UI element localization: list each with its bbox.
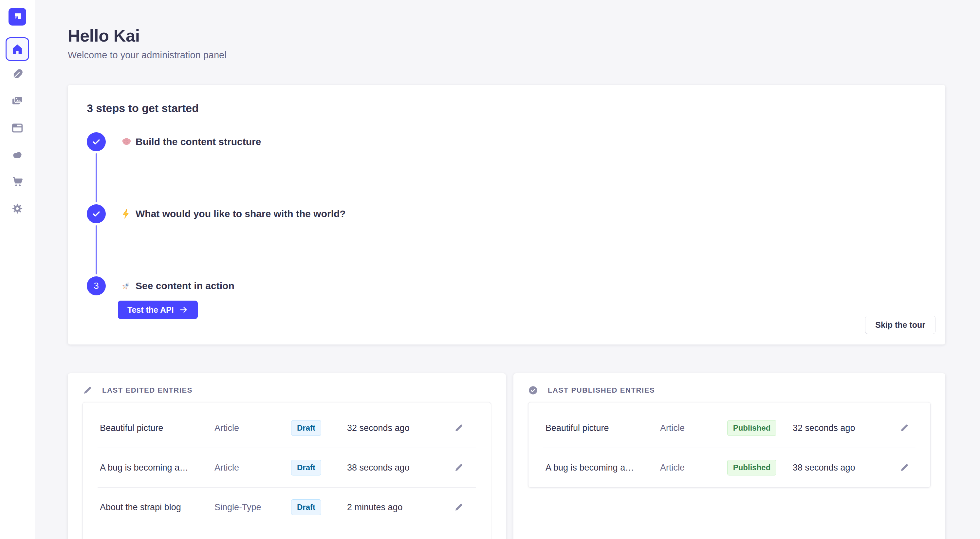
test-the-api-label: Test the API bbox=[127, 305, 174, 315]
status-badge-cell: Draft bbox=[291, 420, 321, 436]
entry-title: Beautiful picture bbox=[546, 423, 660, 433]
step-2-done-circle bbox=[87, 204, 106, 223]
last-edited-header: LAST EDITED ENTRIES bbox=[83, 384, 491, 397]
rocket-emoji-icon bbox=[121, 280, 132, 291]
guided-tour-card: 3 steps to get started bbox=[68, 85, 945, 345]
step-3-number-circle: 3 bbox=[87, 277, 106, 296]
step-3-label: See content in action bbox=[135, 280, 234, 291]
entry-time: 32 seconds ago bbox=[339, 423, 447, 433]
lightning-emoji-icon bbox=[121, 208, 132, 219]
pencil-icon bbox=[454, 423, 464, 433]
cart-icon bbox=[11, 175, 24, 188]
tour-step-3: 3 See content in action bbox=[87, 277, 926, 296]
pencil-icon bbox=[899, 463, 909, 472]
step-2-label-row: What would you like to share with the wo… bbox=[121, 208, 346, 219]
step-1-done-circle bbox=[87, 132, 106, 151]
edit-entry-button[interactable] bbox=[897, 421, 911, 435]
table-row[interactable]: Beautiful picture Article Draft 32 secon… bbox=[83, 409, 491, 448]
status-badge-cell: Published bbox=[727, 460, 777, 475]
entry-type: Single-Type bbox=[215, 502, 274, 512]
last-edited-entries-card: LAST EDITED ENTRIES Beautiful picture Ar… bbox=[68, 373, 506, 539]
entry-time: 32 seconds ago bbox=[784, 423, 892, 433]
last-published-header: LAST PUBLISHED ENTRIES bbox=[528, 384, 931, 397]
pencil-icon bbox=[454, 502, 464, 512]
entry-title: A bug is becoming a… bbox=[100, 463, 215, 473]
check-circle-icon bbox=[528, 385, 538, 395]
sidebar-item-deploy[interactable] bbox=[4, 142, 31, 168]
status-badge-cell: Draft bbox=[291, 499, 321, 515]
feather-icon bbox=[11, 68, 24, 81]
step-connector bbox=[95, 225, 97, 274]
tour-step-2: What would you like to share with the wo… bbox=[87, 204, 926, 223]
tour-step-1: Build the content structure bbox=[87, 132, 926, 151]
entry-type: Article bbox=[660, 423, 719, 433]
main-content: Hello Kai Welcome to your administration… bbox=[35, 0, 980, 539]
status-badge-cell: Published bbox=[727, 420, 777, 436]
status-badge: Draft bbox=[291, 420, 321, 436]
status-badge-cell: Draft bbox=[291, 460, 321, 475]
skip-the-tour-button[interactable]: Skip the tour bbox=[865, 316, 935, 334]
step-3-label-row: See content in action bbox=[121, 280, 234, 291]
last-published-title: LAST PUBLISHED ENTRIES bbox=[548, 386, 655, 394]
strapi-logo-icon bbox=[11, 10, 24, 24]
sidebar-nav bbox=[0, 33, 35, 222]
page-title: Hello Kai bbox=[68, 26, 945, 45]
table-row[interactable]: About the strapi blog Single-Type Draft … bbox=[83, 488, 491, 527]
tour-title: 3 steps to get started bbox=[87, 102, 926, 114]
sidebar-item-settings[interactable] bbox=[4, 195, 31, 222]
cta-row: Test the API bbox=[118, 301, 926, 319]
edit-entry-button[interactable] bbox=[452, 461, 466, 474]
step-1-label: Build the content structure bbox=[135, 136, 261, 147]
entries-columns: LAST EDITED ENTRIES Beautiful picture Ar… bbox=[68, 373, 945, 539]
check-icon bbox=[91, 209, 101, 219]
home-icon bbox=[11, 43, 24, 55]
sidebar-item-media-library[interactable] bbox=[4, 88, 31, 114]
pictures-icon bbox=[11, 95, 24, 107]
arrow-right-icon bbox=[179, 305, 188, 314]
entry-time: 2 minutes ago bbox=[339, 502, 447, 512]
brain-emoji-icon bbox=[121, 136, 132, 147]
last-edited-title: LAST EDITED ENTRIES bbox=[102, 386, 192, 394]
check-icon bbox=[91, 137, 101, 147]
pencil-icon bbox=[83, 385, 92, 395]
entry-time: 38 seconds ago bbox=[339, 463, 447, 473]
entry-type: Article bbox=[660, 463, 719, 473]
pencil-icon bbox=[899, 423, 909, 433]
step-2-label: What would you like to share with the wo… bbox=[135, 208, 346, 219]
table-row[interactable]: A bug is becoming a… Article Draft 38 se… bbox=[83, 448, 491, 487]
last-edited-table: Beautiful picture Article Draft 32 secon… bbox=[83, 402, 491, 539]
gear-icon bbox=[11, 202, 24, 215]
edit-entry-button[interactable] bbox=[897, 461, 911, 474]
sidebar bbox=[0, 0, 35, 539]
entry-title: Beautiful picture bbox=[100, 423, 215, 433]
step-1-label-row: Build the content structure bbox=[121, 136, 261, 147]
status-badge: Draft bbox=[291, 460, 321, 475]
layout-icon bbox=[11, 122, 24, 134]
last-published-table: Beautiful picture Article Published 32 s… bbox=[528, 402, 931, 488]
last-published-entries-card: LAST PUBLISHED ENTRIES Beautiful picture… bbox=[514, 373, 945, 539]
table-row[interactable]: Beautiful picture Article Published 32 s… bbox=[528, 409, 930, 448]
edit-entry-button[interactable] bbox=[452, 500, 466, 514]
status-badge: Draft bbox=[291, 499, 321, 515]
strapi-logo[interactable] bbox=[8, 8, 26, 25]
cloud-icon bbox=[11, 149, 24, 161]
sidebar-item-home[interactable] bbox=[6, 37, 29, 61]
pencil-icon bbox=[454, 463, 464, 472]
status-badge: Published bbox=[727, 460, 777, 475]
entry-time: 38 seconds ago bbox=[784, 463, 892, 473]
sidebar-item-marketplace[interactable] bbox=[4, 168, 31, 195]
test-the-api-button[interactable]: Test the API bbox=[118, 301, 198, 319]
status-badge: Published bbox=[727, 420, 777, 436]
entry-title: A bug is becoming a… bbox=[546, 463, 660, 473]
edit-entry-button[interactable] bbox=[452, 421, 466, 435]
tour-steps: Build the content structure bbox=[87, 132, 926, 319]
entry-title: About the strapi blog bbox=[100, 502, 215, 512]
sidebar-item-content-manager[interactable] bbox=[4, 61, 31, 88]
sidebar-item-content-type-builder[interactable] bbox=[4, 114, 31, 142]
page-subtitle: Welcome to your administration panel bbox=[68, 50, 945, 60]
app-window: Hello Kai Welcome to your administration… bbox=[0, 0, 980, 539]
entry-type: Article bbox=[215, 423, 274, 433]
entry-type: Article bbox=[215, 463, 274, 473]
step-connector bbox=[95, 153, 97, 202]
table-row[interactable]: A bug is becoming a… Article Published 3… bbox=[528, 448, 930, 487]
